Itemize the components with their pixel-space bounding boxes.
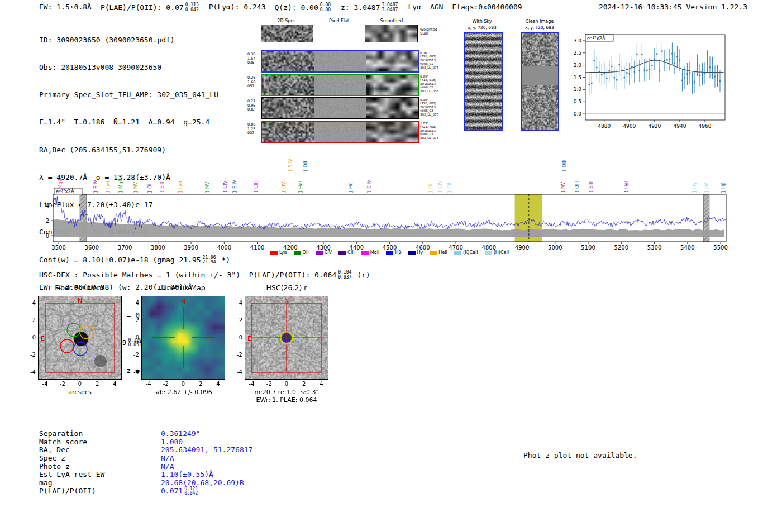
svg-text:4880: 4880 (598, 123, 611, 129)
spec2d-strip-flat (314, 122, 366, 142)
y-tick-label: 4 (125, 300, 139, 306)
svg-text:0.0: 0.0 (574, 111, 582, 117)
svg-text:E: E (247, 335, 251, 342)
line-label-h: } Hγ (692, 182, 697, 193)
spec2d-strip-flat (314, 51, 366, 71)
y-tick-label: 0 (125, 334, 139, 341)
clean-image-title: Clean Image (512, 19, 568, 24)
timestamp: 2024-12-16 10:33:45 Version 1.22.3 (599, 3, 747, 11)
x-tick-label: -2 (56, 381, 69, 387)
match-row-value: N/A (161, 454, 174, 463)
plae-lo: 0.042 (185, 8, 199, 13)
x-tick-label: -4 (245, 381, 259, 387)
spec2d-row-left-label: 0.26 1.60 057 (247, 76, 260, 89)
match-row-label: mag (39, 479, 161, 487)
x-tick-label: 0 (73, 381, 87, 387)
svg-text:1.0: 1.0 (574, 87, 582, 92)
hsc-line-lo: 0.037 (338, 275, 351, 280)
legend-label: (K)CaII (463, 250, 478, 255)
spec2d-strip-smooth (366, 51, 418, 71)
line-label-heii: } HeII (623, 179, 629, 193)
match-row-value: 20.68(20.68,20.69)R (161, 479, 244, 487)
full-spectrum-plot: 0243500360037003800390040004100420043004… (0, 146, 782, 258)
legend-label: CIII (347, 250, 355, 255)
line-label-siiv: } SiIV (93, 180, 98, 193)
line-label-siiv: } SiIV (366, 180, 372, 193)
y-tick-label: -4 (21, 369, 36, 375)
match-table-row: Est LyA rest-EW1.10(±0.55)Å (39, 471, 252, 479)
legend-label: (H)CaII (494, 250, 509, 255)
line-label-oii: } OII (428, 182, 433, 193)
header-line-type: Lyα (408, 3, 421, 12)
legend-item: Hβ (386, 250, 401, 255)
spec2d-strip (261, 121, 419, 143)
spec2d-row-right-label: 1.63" (721, 701) 20180513 v008_03 302_LU… (420, 122, 448, 140)
legend-item: CIV (316, 250, 332, 255)
line-label-ovi: } OVI (281, 180, 287, 193)
hsc-line-frac: 0.1040.037 (338, 270, 351, 280)
y-tick-label: -4 (125, 369, 139, 375)
header-summary: EW: 1.5±0.8Å P(LAE)/P(OII): 0.070.1130.0… (39, 3, 522, 12)
qz-lo: 0.00 (320, 8, 331, 13)
x-tick-label: 2 (194, 381, 207, 387)
spec2d-strip (261, 74, 419, 96)
legend-item: (H)CaII (485, 250, 509, 255)
spec2d-strip-spec (262, 122, 314, 142)
elixer-report-page: EW: 1.5±0.8Å P(LAE)/P(OII): 0.070.1130.0… (0, 0, 782, 532)
spec2d-row-left-label: 0.30 1.54 038 (247, 52, 260, 65)
header-ew: EW: 1.5±0.8Å (39, 3, 92, 12)
svg-text:N: N (181, 298, 185, 305)
line-label-cii: } CII] (253, 181, 259, 193)
y-tick-label: 0 (228, 334, 242, 341)
legend-item: CIII (338, 250, 355, 255)
legend-item: HeII (430, 250, 447, 255)
match-row-value: 1.000 (161, 438, 183, 447)
svg-text:4940: 4940 (673, 123, 686, 129)
header-qz: Q(z): 0.000.000.00 (274, 3, 332, 12)
match-table-row: Photo zN/A (39, 463, 252, 471)
hsc-r-overlay: NE (245, 296, 328, 380)
legend-label: MgII (370, 250, 380, 255)
y-tick-label: 4 (21, 300, 36, 306)
line-label-h: } Hβ (721, 182, 726, 193)
header-flags: Flags:0x00400009 (452, 3, 522, 12)
qz-label: Q(z): 0.00 (274, 3, 318, 12)
legend-label: CIV (325, 250, 332, 255)
spec2d-row-right-label: 0.76" (720, 683) 20180513 v008_01 302_LU… (420, 51, 448, 69)
legend-swatch (485, 251, 492, 255)
spec2d-strip-flat (314, 75, 366, 95)
x-tick-label: -4 (39, 381, 52, 387)
line-label-ly: } Lyα (178, 180, 183, 193)
fiber-positions-overlay: NE (38, 296, 122, 380)
hsc-match-line: HSC-DEX : Possible Matches = 1 (within +… (39, 270, 370, 280)
cont-w-lo: 21.94 (203, 260, 216, 265)
y-tick-label: 4 (228, 300, 242, 306)
hsc-r-xlabel: m:20.7 re:1.0" s:0.3" (231, 389, 342, 396)
hsc-r-panel: HSC(26.2) r NE m:20.7 re:1.0" s:0.3" EWr… (222, 282, 351, 406)
qz-frac: 0.000.00 (320, 3, 331, 12)
legend-swatch (316, 251, 323, 255)
match-row-value: N/A (161, 463, 174, 471)
spec2d-strip-spec (261, 25, 313, 42)
y-tick-label: 2 (21, 317, 36, 323)
legend-swatch (270, 251, 278, 255)
match-row-value: 0.071 (161, 487, 183, 496)
spec2d-strip-flat (313, 25, 365, 42)
line-label-h: } Hδ (704, 182, 709, 193)
plae-frac: 0.1130.042 (185, 3, 199, 12)
svg-text:0: 0 (46, 233, 49, 239)
hsc-r-title: HSC(26.2) r (245, 284, 328, 292)
z-frac: 3.04873.0487 (382, 3, 398, 12)
clean-image (521, 32, 559, 131)
svg-text:0.5: 0.5 (574, 99, 581, 104)
hsc-line-text: HSC-DEX : Possible Matches = 1 (within +… (39, 271, 336, 279)
spec2d-row-left-label: 0.21 0.96 038 (247, 99, 260, 112)
line-label-nv: } NV (133, 182, 139, 193)
spec2d-row-right-label: 0.89" (718, 516) 20180513 v008_02 302_LU… (420, 75, 448, 93)
hsc-r-xlabel2: EWr: 1. PLAE: 0.064 (231, 396, 342, 404)
y-tick-label: -2 (228, 352, 242, 358)
x-tick-label: 2 (297, 381, 311, 387)
x-tick-label: 0 (280, 381, 293, 387)
weighted-sum-label: Weighted Sum (420, 28, 437, 36)
spec2d-cutouts: 2D Spec Pixel Flat Smoothed Weighted Sum… (247, 17, 449, 146)
